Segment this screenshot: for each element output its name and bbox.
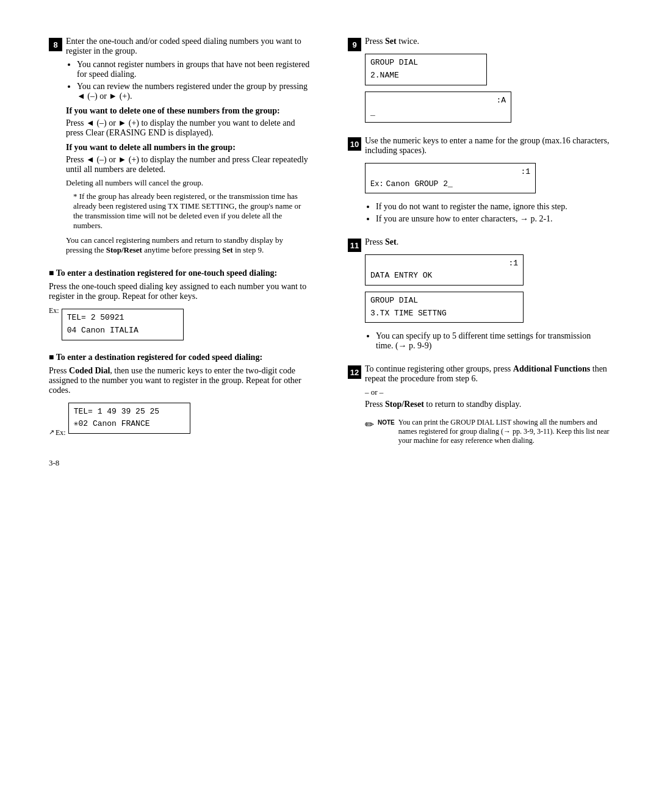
one-touch-lcd-line2: 04 Canon ITALIA bbox=[67, 325, 178, 337]
two-column-layout: 8 Enter the one-touch and/or coded speed… bbox=[49, 37, 610, 775]
coded-ex-row: ↗ Ex: TEL= 1 49 39 25 25 ✳02 Canon FRANC… bbox=[49, 399, 311, 438]
set-bold-9: Set bbox=[385, 37, 397, 46]
step-12-note: ✏ NOTE You can print the GROUP DIAL LIST… bbox=[365, 418, 610, 445]
step-10-bullet-2: If you are unsure how to enter character… bbox=[376, 214, 610, 224]
step-8-bullets: You cannot register numbers in groups th… bbox=[77, 60, 311, 101]
note-text: You can print the GROUP DIAL LIST showin… bbox=[398, 418, 610, 445]
step-9-content: Press Set twice. GROUP DIAL 2.NAME :A _ bbox=[365, 37, 610, 126]
additional-functions-bold: Additional Functions bbox=[513, 364, 590, 373]
step-8: 8 Enter the one-touch and/or coded speed… bbox=[49, 37, 311, 259]
step-9-number: 9 bbox=[348, 38, 361, 51]
step-11-bullets: You can specify up to 5 different time s… bbox=[376, 331, 610, 351]
step-10-lcd-row: :1 Ex: Canon GROUP 2_ bbox=[365, 159, 610, 197]
column-right: 9 Press Set twice. GROUP DIAL 2.NAME :A bbox=[342, 37, 610, 775]
step-10-lcd-content: Canon GROUP 2_ bbox=[386, 178, 453, 191]
step-12-number: 12 bbox=[348, 365, 361, 379]
step-10-lcd-label: :1 bbox=[370, 166, 530, 178]
coded-section: ■ To enter a destination registered for … bbox=[49, 353, 311, 440]
coded-arrow-icon: ↗ bbox=[49, 428, 54, 436]
step-12-content: To continue registering other groups, pr… bbox=[365, 364, 610, 445]
coded-heading: ■ To enter a destination registered for … bbox=[49, 353, 311, 362]
step-8-bullet-1: You cannot register numbers in groups th… bbox=[77, 60, 311, 79]
coded-text: Press Coded Dial, then use the numeric k… bbox=[49, 366, 311, 395]
page: 8 Enter the one-touch and/or coded speed… bbox=[0, 0, 659, 812]
stop-reset-bold-1: Stop/Reset bbox=[106, 245, 142, 254]
step-11: 11 Press Set. :1 DATA ENTRY OK GROUP DIA… bbox=[348, 237, 610, 354]
step-11-number: 11 bbox=[348, 239, 361, 252]
step-8-subtext-1: Press ◄ (–) or ► (+) to display the numb… bbox=[66, 118, 311, 138]
step-10-content: Use the numeric keys to enter a name for… bbox=[365, 136, 610, 228]
step-10-lcd-content-row: Ex: Canon GROUP 2_ bbox=[370, 178, 530, 191]
step-10-lcd-label-text: :1 bbox=[520, 166, 530, 178]
one-touch-content: ■ To enter a destination registered for … bbox=[49, 268, 311, 347]
step-10-ex-label: Ex: bbox=[370, 179, 384, 190]
one-touch-lcd: TEL= 2 50921 04 Canon ITALIA bbox=[62, 309, 184, 340]
step-9-lcd1: GROUP DIAL 2.NAME bbox=[365, 54, 487, 85]
step-8-main-text: Enter the one-touch and/or coded speed d… bbox=[66, 37, 311, 56]
step-11-bullet-1: You can specify up to 5 different time s… bbox=[376, 331, 610, 351]
step-8-bullet-2: You can review the numbers registered un… bbox=[77, 82, 311, 101]
page-number: 3-8 bbox=[49, 458, 311, 468]
step-9-lcd1-line2: 2.NAME bbox=[370, 70, 481, 82]
one-touch-ex-row: Ex: TEL= 2 50921 04 Canon ITALIA bbox=[49, 305, 311, 344]
stop-reset-bold-12: Stop/Reset bbox=[385, 400, 424, 409]
coded-ex-label: Ex: bbox=[56, 428, 66, 437]
step-11-lcd1-label-text: :1 bbox=[508, 257, 518, 270]
step-12-main-text: To continue registering other groups, pr… bbox=[365, 364, 610, 384]
step-11-main-text: Press Set. bbox=[365, 237, 610, 247]
step-9-main-text: Press Set twice. bbox=[365, 37, 610, 46]
coded-lcd-line2: ✳02 Canon FRANCE bbox=[74, 418, 185, 431]
one-touch-heading: ■ To enter a destination registered for … bbox=[49, 268, 311, 278]
step-10-bullet-1: If you do not want to register the name,… bbox=[376, 202, 610, 212]
step-8-cancel-note: You can cancel registering numbers and r… bbox=[66, 235, 311, 255]
step-8-subhead-2: If you want to delete all numbers in the… bbox=[66, 143, 311, 153]
note-pencil-icon: ✏ bbox=[365, 418, 374, 431]
one-touch-section: ■ To enter a destination registered for … bbox=[49, 268, 311, 347]
step-11-lcd1: :1 DATA ENTRY OK bbox=[365, 254, 524, 285]
step-10: 10 Use the numeric keys to enter a name … bbox=[348, 136, 610, 228]
step-8-subhead-1: If you want to delete one of these numbe… bbox=[66, 106, 311, 116]
step-11-content: Press Set. :1 DATA ENTRY OK GROUP DIAL 3… bbox=[365, 237, 610, 354]
one-touch-lcd-line1: TEL= 2 50921 bbox=[67, 312, 178, 325]
step-9-lcd1-line1: GROUP DIAL bbox=[370, 57, 481, 70]
set-bold-1: Set bbox=[222, 245, 232, 254]
step-8-subtext-2: Press ◄ (–) or ► (+) to display the numb… bbox=[66, 155, 311, 174]
step-10-number: 10 bbox=[348, 137, 361, 151]
or-line: – or – bbox=[365, 387, 610, 397]
step-12-stop-reset-text: Press Stop/Reset to return to standby di… bbox=[365, 400, 610, 409]
step-11-lcd1-line1: DATA ENTRY OK bbox=[370, 270, 518, 282]
coded-lcd-line1: TEL= 1 49 39 25 25 bbox=[74, 406, 185, 419]
step-9-lcd2: :A _ bbox=[365, 92, 511, 123]
step-8-number: 8 bbox=[49, 38, 62, 51]
step-11-lcd2: GROUP DIAL 3.TX TIME SETTNG bbox=[365, 292, 524, 323]
one-touch-text: Press the one-touch speed dialing key as… bbox=[49, 282, 311, 301]
step-12: 12 To continue registering other groups,… bbox=[348, 364, 610, 445]
step-9: 9 Press Set twice. GROUP DIAL 2.NAME :A bbox=[348, 37, 610, 126]
step-8-content: Enter the one-touch and/or coded speed d… bbox=[66, 37, 311, 259]
step-11-lcd2-line1: GROUP DIAL bbox=[370, 295, 518, 307]
coded-lcd: TEL= 1 49 39 25 25 ✳02 Canon FRANCE bbox=[68, 403, 190, 434]
note-label: NOTE bbox=[378, 419, 395, 426]
step-9-lcd2-label: :A bbox=[496, 95, 506, 107]
step-9-lcd2-content: :A bbox=[370, 95, 506, 107]
step-8-asterisk-note: * If the group has already been register… bbox=[73, 192, 311, 231]
step-10-bullets: If you do not want to register the name,… bbox=[376, 202, 610, 224]
step-8-delete-note: Deleting all numbers will cancel the gro… bbox=[66, 178, 311, 188]
step-11-lcd2-line2: 3.TX TIME SETTNG bbox=[370, 307, 518, 320]
set-bold-11: Set bbox=[385, 237, 397, 246]
coded-content: ■ To enter a destination registered for … bbox=[49, 353, 311, 440]
step-10-lcd: :1 Ex: Canon GROUP 2_ bbox=[365, 163, 536, 193]
coded-dial-bold: Coded Dial bbox=[69, 366, 110, 375]
one-touch-ex-label: Ex: bbox=[49, 306, 59, 315]
step-11-lcd1-label: :1 bbox=[370, 257, 518, 270]
step-9-cursor: _ bbox=[370, 107, 506, 120]
column-left: 8 Enter the one-touch and/or coded speed… bbox=[49, 37, 317, 775]
step-10-main-text: Use the numeric keys to enter a name for… bbox=[365, 136, 610, 156]
